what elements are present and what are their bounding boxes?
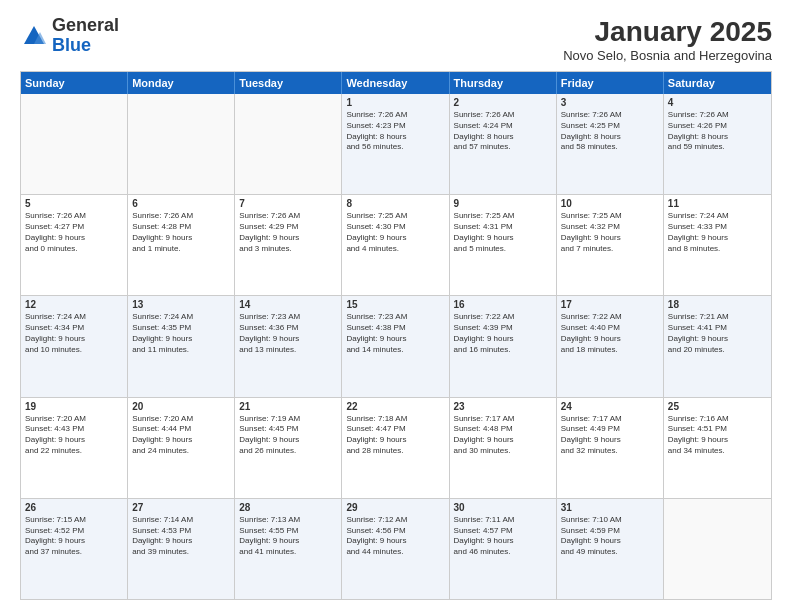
cell-info: Sunrise: 7:26 AMSunset: 4:24 PMDaylight:…	[454, 110, 552, 153]
calendar-cell: 10Sunrise: 7:25 AMSunset: 4:32 PMDayligh…	[557, 195, 664, 295]
calendar-cell: 8Sunrise: 7:25 AMSunset: 4:30 PMDaylight…	[342, 195, 449, 295]
header: General Blue January 2025 Novo Selo, Bos…	[20, 16, 772, 63]
calendar-cell: 15Sunrise: 7:23 AMSunset: 4:38 PMDayligh…	[342, 296, 449, 396]
cell-info: Sunrise: 7:12 AMSunset: 4:56 PMDaylight:…	[346, 515, 444, 558]
cell-info: Sunrise: 7:18 AMSunset: 4:47 PMDaylight:…	[346, 414, 444, 457]
calendar-cell: 23Sunrise: 7:17 AMSunset: 4:48 PMDayligh…	[450, 398, 557, 498]
calendar-cell: 4Sunrise: 7:26 AMSunset: 4:26 PMDaylight…	[664, 94, 771, 194]
weekday-header: Friday	[557, 72, 664, 94]
day-number: 1	[346, 97, 444, 108]
cell-info: Sunrise: 7:23 AMSunset: 4:38 PMDaylight:…	[346, 312, 444, 355]
cell-info: Sunrise: 7:24 AMSunset: 4:33 PMDaylight:…	[668, 211, 767, 254]
calendar-cell: 14Sunrise: 7:23 AMSunset: 4:36 PMDayligh…	[235, 296, 342, 396]
day-number: 4	[668, 97, 767, 108]
cell-info: Sunrise: 7:24 AMSunset: 4:34 PMDaylight:…	[25, 312, 123, 355]
calendar-cell: 25Sunrise: 7:16 AMSunset: 4:51 PMDayligh…	[664, 398, 771, 498]
cell-info: Sunrise: 7:26 AMSunset: 4:26 PMDaylight:…	[668, 110, 767, 153]
day-number: 31	[561, 502, 659, 513]
calendar: SundayMondayTuesdayWednesdayThursdayFrid…	[20, 71, 772, 600]
cell-info: Sunrise: 7:20 AMSunset: 4:44 PMDaylight:…	[132, 414, 230, 457]
cell-info: Sunrise: 7:16 AMSunset: 4:51 PMDaylight:…	[668, 414, 767, 457]
cell-info: Sunrise: 7:17 AMSunset: 4:48 PMDaylight:…	[454, 414, 552, 457]
calendar-cell: 31Sunrise: 7:10 AMSunset: 4:59 PMDayligh…	[557, 499, 664, 599]
calendar-cell	[128, 94, 235, 194]
calendar-body: 1Sunrise: 7:26 AMSunset: 4:23 PMDaylight…	[21, 94, 771, 599]
cell-info: Sunrise: 7:26 AMSunset: 4:23 PMDaylight:…	[346, 110, 444, 153]
calendar-cell: 29Sunrise: 7:12 AMSunset: 4:56 PMDayligh…	[342, 499, 449, 599]
title-section: January 2025 Novo Selo, Bosnia and Herze…	[563, 16, 772, 63]
cell-info: Sunrise: 7:20 AMSunset: 4:43 PMDaylight:…	[25, 414, 123, 457]
day-number: 19	[25, 401, 123, 412]
day-number: 29	[346, 502, 444, 513]
calendar-row: 5Sunrise: 7:26 AMSunset: 4:27 PMDaylight…	[21, 195, 771, 296]
day-number: 15	[346, 299, 444, 310]
calendar-cell	[664, 499, 771, 599]
weekday-header: Saturday	[664, 72, 771, 94]
calendar-cell: 20Sunrise: 7:20 AMSunset: 4:44 PMDayligh…	[128, 398, 235, 498]
weekday-header: Sunday	[21, 72, 128, 94]
day-number: 7	[239, 198, 337, 209]
weekday-header: Monday	[128, 72, 235, 94]
calendar-row: 12Sunrise: 7:24 AMSunset: 4:34 PMDayligh…	[21, 296, 771, 397]
day-number: 9	[454, 198, 552, 209]
calendar-cell: 9Sunrise: 7:25 AMSunset: 4:31 PMDaylight…	[450, 195, 557, 295]
day-number: 12	[25, 299, 123, 310]
day-number: 14	[239, 299, 337, 310]
calendar-cell: 2Sunrise: 7:26 AMSunset: 4:24 PMDaylight…	[450, 94, 557, 194]
calendar-cell: 26Sunrise: 7:15 AMSunset: 4:52 PMDayligh…	[21, 499, 128, 599]
cell-info: Sunrise: 7:14 AMSunset: 4:53 PMDaylight:…	[132, 515, 230, 558]
calendar-cell: 5Sunrise: 7:26 AMSunset: 4:27 PMDaylight…	[21, 195, 128, 295]
cell-info: Sunrise: 7:15 AMSunset: 4:52 PMDaylight:…	[25, 515, 123, 558]
cell-info: Sunrise: 7:25 AMSunset: 4:32 PMDaylight:…	[561, 211, 659, 254]
cell-info: Sunrise: 7:19 AMSunset: 4:45 PMDaylight:…	[239, 414, 337, 457]
cell-info: Sunrise: 7:23 AMSunset: 4:36 PMDaylight:…	[239, 312, 337, 355]
day-number: 20	[132, 401, 230, 412]
calendar-cell: 12Sunrise: 7:24 AMSunset: 4:34 PMDayligh…	[21, 296, 128, 396]
day-number: 30	[454, 502, 552, 513]
cell-info: Sunrise: 7:17 AMSunset: 4:49 PMDaylight:…	[561, 414, 659, 457]
calendar-cell: 13Sunrise: 7:24 AMSunset: 4:35 PMDayligh…	[128, 296, 235, 396]
calendar-row: 26Sunrise: 7:15 AMSunset: 4:52 PMDayligh…	[21, 499, 771, 599]
logo: General Blue	[20, 16, 119, 56]
cell-info: Sunrise: 7:26 AMSunset: 4:29 PMDaylight:…	[239, 211, 337, 254]
day-number: 10	[561, 198, 659, 209]
day-number: 26	[25, 502, 123, 513]
page: General Blue January 2025 Novo Selo, Bos…	[0, 0, 792, 612]
calendar-cell	[21, 94, 128, 194]
day-number: 22	[346, 401, 444, 412]
calendar-cell: 1Sunrise: 7:26 AMSunset: 4:23 PMDaylight…	[342, 94, 449, 194]
day-number: 8	[346, 198, 444, 209]
day-number: 28	[239, 502, 337, 513]
calendar-cell: 16Sunrise: 7:22 AMSunset: 4:39 PMDayligh…	[450, 296, 557, 396]
cell-info: Sunrise: 7:13 AMSunset: 4:55 PMDaylight:…	[239, 515, 337, 558]
day-number: 5	[25, 198, 123, 209]
calendar-cell: 28Sunrise: 7:13 AMSunset: 4:55 PMDayligh…	[235, 499, 342, 599]
day-number: 23	[454, 401, 552, 412]
weekday-header: Thursday	[450, 72, 557, 94]
calendar-cell: 3Sunrise: 7:26 AMSunset: 4:25 PMDaylight…	[557, 94, 664, 194]
cell-info: Sunrise: 7:25 AMSunset: 4:31 PMDaylight:…	[454, 211, 552, 254]
calendar-cell: 17Sunrise: 7:22 AMSunset: 4:40 PMDayligh…	[557, 296, 664, 396]
cell-info: Sunrise: 7:24 AMSunset: 4:35 PMDaylight:…	[132, 312, 230, 355]
cell-info: Sunrise: 7:26 AMSunset: 4:27 PMDaylight:…	[25, 211, 123, 254]
day-number: 17	[561, 299, 659, 310]
cell-info: Sunrise: 7:25 AMSunset: 4:30 PMDaylight:…	[346, 211, 444, 254]
cell-info: Sunrise: 7:11 AMSunset: 4:57 PMDaylight:…	[454, 515, 552, 558]
cell-info: Sunrise: 7:26 AMSunset: 4:28 PMDaylight:…	[132, 211, 230, 254]
logo-icon	[20, 22, 48, 50]
day-number: 27	[132, 502, 230, 513]
day-number: 6	[132, 198, 230, 209]
cell-info: Sunrise: 7:22 AMSunset: 4:40 PMDaylight:…	[561, 312, 659, 355]
cell-info: Sunrise: 7:26 AMSunset: 4:25 PMDaylight:…	[561, 110, 659, 153]
logo-blue-text: Blue	[52, 35, 91, 55]
day-number: 11	[668, 198, 767, 209]
calendar-cell: 6Sunrise: 7:26 AMSunset: 4:28 PMDaylight…	[128, 195, 235, 295]
month-year: January 2025	[563, 16, 772, 48]
calendar-row: 19Sunrise: 7:20 AMSunset: 4:43 PMDayligh…	[21, 398, 771, 499]
cell-info: Sunrise: 7:10 AMSunset: 4:59 PMDaylight:…	[561, 515, 659, 558]
weekday-header: Wednesday	[342, 72, 449, 94]
calendar-header: SundayMondayTuesdayWednesdayThursdayFrid…	[21, 72, 771, 94]
calendar-row: 1Sunrise: 7:26 AMSunset: 4:23 PMDaylight…	[21, 94, 771, 195]
day-number: 16	[454, 299, 552, 310]
calendar-cell: 19Sunrise: 7:20 AMSunset: 4:43 PMDayligh…	[21, 398, 128, 498]
